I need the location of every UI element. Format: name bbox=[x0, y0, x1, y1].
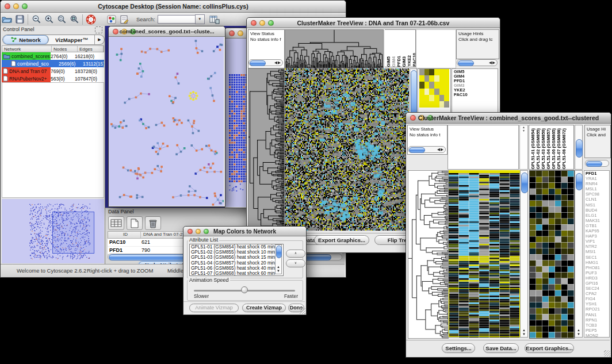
scroll-thumb[interactable] bbox=[276, 246, 282, 258]
open-session-button[interactable] bbox=[1, 14, 13, 25]
move-down-button[interactable]: ∨ bbox=[286, 259, 305, 267]
attribute-list-item[interactable]: GPL51-01 (GSM854) heat shock 05 min bbox=[190, 244, 283, 250]
scroll-thumb[interactable] bbox=[458, 60, 474, 66]
tv2-gene-vscrollbar[interactable]: ▲▼ bbox=[575, 170, 583, 338]
dialog-titlebar[interactable]: Map Colors to Network bbox=[183, 227, 306, 236]
network-birdseye-view[interactable] bbox=[2, 199, 104, 263]
create-vizmap-button[interactable]: Create Vizmap bbox=[242, 304, 286, 312]
tv2-gene-label: GTB1 bbox=[586, 223, 609, 228]
heatmap-cell bbox=[434, 82, 439, 88]
vizmapper-icon[interactable] bbox=[105, 14, 118, 25]
tv2-small-arrows[interactable]: ▲▼ bbox=[519, 125, 528, 170]
zoom-fit-button[interactable] bbox=[68, 14, 81, 25]
tv2-zoom-heatmap[interactable] bbox=[529, 170, 575, 339]
attribute-list-item[interactable]: GPL51-04 (GSM857) heat shock 20 min bbox=[190, 260, 283, 266]
select-attributes-icon[interactable] bbox=[108, 216, 124, 230]
network-tree-row[interactable]: combined_sco2569(6)13112(15) bbox=[2, 60, 104, 67]
tv2-gene-label: SEC24 bbox=[586, 286, 609, 291]
tv1-row-dendrogram[interactable] bbox=[248, 68, 285, 232]
tv1-titlebar[interactable]: ClusterMaker TreeView : DNA and Tran 07-… bbox=[247, 18, 500, 28]
scroll-thumb[interactable] bbox=[409, 147, 425, 153]
new-attribute-icon[interactable] bbox=[127, 216, 143, 230]
tv1-export-graphics-button[interactable]: Export Graphics... bbox=[314, 235, 369, 245]
attribute-list-vscrollbar[interactable]: ▲▼ bbox=[275, 244, 282, 274]
attribute-list-item[interactable]: GPL51-06 (GSM865) heat shock 40 min bbox=[190, 266, 283, 271]
animate-vizmap-button[interactable]: Animate Vizmap bbox=[189, 304, 239, 312]
tv2-usage-hints-panel: Usage Hi Click and bbox=[584, 125, 611, 158]
tv2-heatmap-vscrollbar[interactable]: ▲▼ bbox=[520, 170, 528, 338]
control-panel-title: Control Panel bbox=[3, 26, 35, 32]
attribute-list-item[interactable]: GPL51-03 (GSM856) heat shock 15 min bbox=[190, 255, 283, 260]
scroll-thumb[interactable] bbox=[586, 161, 602, 167]
close-button[interactable] bbox=[229, 30, 235, 36]
tv1-zoom-heatmap[interactable] bbox=[419, 69, 449, 108]
tv2-status-hscrollbar[interactable]: ◀▶ bbox=[408, 146, 446, 153]
tv1-hints-hscrollbar[interactable]: ◀▶ bbox=[457, 59, 498, 66]
tv1-window-title: ClusterMaker TreeView : DNA and Tran 07-… bbox=[247, 20, 500, 26]
scroll-thumb[interactable] bbox=[576, 139, 583, 158]
scroll-thumb[interactable] bbox=[250, 60, 266, 66]
tv2-titlebar[interactable]: ClusterMaker TreeView : combined_scores_… bbox=[406, 113, 611, 124]
col-network[interactable]: Network bbox=[2, 46, 52, 52]
scroll-arrows[interactable]: ▲▼ bbox=[521, 328, 527, 336]
tv1-status-hscrollbar[interactable]: ◀▶ bbox=[248, 59, 283, 66]
zoom-out-button[interactable] bbox=[30, 14, 43, 25]
col-nodes[interactable]: Nodes bbox=[52, 46, 78, 52]
zoom-in-button[interactable] bbox=[43, 14, 55, 25]
resize-grip[interactable] bbox=[299, 308, 305, 314]
attribute-list-item[interactable]: GPL51-07 (GSM868) heat shock 60 min bbox=[190, 271, 283, 276]
float-panel-icon[interactable] bbox=[95, 26, 102, 33]
col-edges[interactable]: Edges bbox=[78, 46, 104, 52]
zoom-selected-button[interactable] bbox=[55, 14, 68, 25]
tv2-window-title: ClusterMaker TreeView : combined_scores_… bbox=[406, 114, 611, 121]
tv2-export-graphics-button[interactable]: Export Graphics... bbox=[525, 343, 574, 353]
tv2-gene-label: NTR2 bbox=[586, 244, 609, 249]
tv2-collabel-vscrollbar[interactable] bbox=[575, 125, 583, 170]
net1-titlebar[interactable]: combined_scores_good.txt--cluste... bbox=[109, 26, 225, 37]
network-tree-row[interactable]: RNAPuberNov2+563(0)107847(0) bbox=[2, 75, 104, 82]
tv2-row-dendrogram[interactable] bbox=[408, 170, 449, 339]
col-id[interactable]: ID bbox=[108, 232, 141, 238]
save-session-button[interactable] bbox=[13, 14, 26, 25]
file-icon bbox=[3, 75, 8, 82]
annotation-icon[interactable] bbox=[118, 14, 131, 25]
scroll-arrows[interactable]: ▲▼ bbox=[575, 328, 582, 336]
tv1-heatmap-global[interactable] bbox=[285, 68, 409, 231]
tab-vizmapper[interactable]: VizMapper™ bbox=[49, 35, 94, 44]
network-tree-row[interactable]: combined_scores2764(0)16218(0) bbox=[2, 52, 104, 60]
minimize-button[interactable] bbox=[238, 30, 243, 36]
tv2-hints-hscrollbar[interactable] bbox=[585, 160, 609, 167]
search-dropdown-button[interactable]: ▼ bbox=[195, 14, 205, 24]
network-name-cell: combined_sco bbox=[2, 60, 59, 67]
resize-grip[interactable] bbox=[604, 350, 610, 357]
help-icon[interactable] bbox=[85, 14, 97, 25]
attribute-list[interactable]: GPL51-01 (GSM854) heat shock 05 minGPL51… bbox=[189, 244, 284, 276]
main-titlebar[interactable]: Cytoscape Desktop (Session Name: collins… bbox=[1, 1, 346, 13]
scroll-thumb[interactable] bbox=[576, 173, 583, 190]
toolbar-separator bbox=[82, 14, 83, 25]
control-panel: Control Panel Network VizMapper™ ▶ Netwo… bbox=[1, 26, 105, 264]
move-up-button[interactable]: ∧ bbox=[286, 250, 305, 258]
tv1-column-dendrogram[interactable] bbox=[285, 29, 384, 68]
tv2-settings-button[interactable]: Settings... bbox=[442, 343, 475, 353]
file-icon bbox=[3, 68, 8, 74]
slider-thumb[interactable] bbox=[241, 286, 248, 293]
network-tree-row[interactable]: DNA and Tran 07769(0)183728(0) bbox=[2, 67, 104, 75]
tv2-save-data-button[interactable]: Save Data... bbox=[483, 343, 519, 353]
search-input[interactable] bbox=[158, 15, 195, 24]
heatmap-cell bbox=[429, 75, 434, 82]
import-table-button[interactable] bbox=[208, 14, 221, 25]
heatmap-cell bbox=[434, 75, 439, 82]
tv2-heatmap-global[interactable] bbox=[449, 170, 520, 338]
network-canvas-1[interactable] bbox=[109, 37, 224, 206]
tv2-gene-label: PEP5 bbox=[586, 328, 609, 333]
row-value: 621 bbox=[141, 239, 150, 245]
tab-network[interactable]: Network bbox=[3, 35, 49, 44]
heatmap-cell bbox=[439, 75, 445, 82]
scroll-thumb[interactable] bbox=[521, 173, 528, 193]
heatmap-cell bbox=[444, 75, 449, 82]
more-tabs-button[interactable]: ▶ bbox=[94, 35, 104, 44]
delete-attribute-icon[interactable] bbox=[145, 216, 161, 230]
attribute-list-item[interactable]: GPL51-02 (GSM855) heat shock 10 min bbox=[190, 250, 283, 255]
scroll-arrows[interactable]: ▲▼ bbox=[276, 265, 281, 273]
